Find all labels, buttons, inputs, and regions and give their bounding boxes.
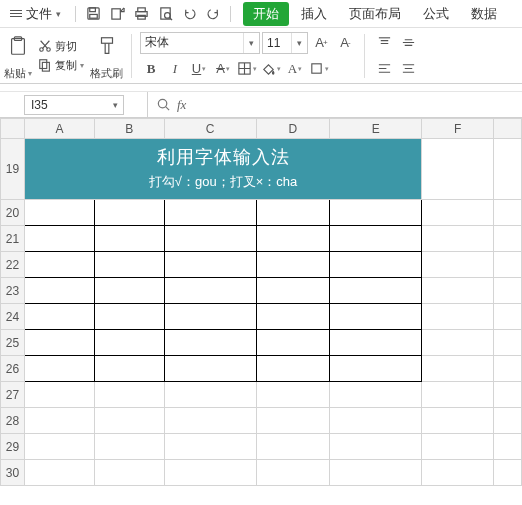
cell[interactable]	[422, 278, 494, 304]
cell[interactable]	[24, 330, 94, 356]
cell[interactable]	[422, 408, 494, 434]
cell[interactable]	[94, 252, 164, 278]
cell[interactable]	[24, 252, 94, 278]
cell[interactable]	[422, 434, 494, 460]
col-header[interactable]	[494, 119, 522, 139]
cell[interactable]	[94, 278, 164, 304]
row-header[interactable]: 27	[1, 382, 25, 408]
cell[interactable]	[422, 252, 494, 278]
copy-button[interactable]: 复制▾	[36, 57, 86, 74]
bold-button[interactable]: B	[140, 58, 162, 80]
cell[interactable]	[256, 408, 330, 434]
cell[interactable]	[494, 304, 522, 330]
cell[interactable]	[164, 226, 256, 252]
align-left-button[interactable]	[373, 58, 395, 80]
row-header[interactable]: 20	[1, 200, 25, 226]
cell[interactable]	[94, 434, 164, 460]
row-header[interactable]: 26	[1, 356, 25, 382]
cell[interactable]	[494, 408, 522, 434]
font-color-button[interactable]: A▾	[284, 58, 306, 80]
save-button[interactable]	[82, 3, 104, 25]
row-header[interactable]: 22	[1, 252, 25, 278]
cell[interactable]	[422, 356, 494, 382]
cell[interactable]	[164, 330, 256, 356]
cell[interactable]	[24, 200, 94, 226]
row-header[interactable]: 28	[1, 408, 25, 434]
cell[interactable]	[24, 460, 94, 486]
cell[interactable]	[164, 356, 256, 382]
paste-button[interactable]	[4, 31, 32, 61]
cell[interactable]	[256, 356, 330, 382]
borders-button[interactable]: ▾	[236, 58, 258, 80]
cell[interactable]	[330, 356, 422, 382]
cell[interactable]	[94, 304, 164, 330]
cell[interactable]	[256, 460, 330, 486]
file-menu[interactable]: 文件 ▾	[2, 3, 69, 25]
cell[interactable]	[330, 226, 422, 252]
cell[interactable]	[422, 139, 494, 200]
select-all-corner[interactable]	[1, 119, 25, 139]
cell[interactable]	[494, 382, 522, 408]
cell[interactable]	[24, 382, 94, 408]
italic-button[interactable]: I	[164, 58, 186, 80]
cell[interactable]	[422, 382, 494, 408]
tab-start[interactable]: 开始	[243, 2, 289, 26]
cell[interactable]	[256, 278, 330, 304]
cell[interactable]	[94, 408, 164, 434]
cell[interactable]	[494, 226, 522, 252]
cell[interactable]	[94, 330, 164, 356]
cell[interactable]	[94, 382, 164, 408]
cell[interactable]	[330, 200, 422, 226]
align-center-button[interactable]	[397, 58, 419, 80]
cell[interactable]	[24, 408, 94, 434]
col-header[interactable]: F	[422, 119, 494, 139]
col-header[interactable]: C	[164, 119, 256, 139]
increase-font-button[interactable]: A+	[310, 32, 332, 54]
cell[interactable]	[494, 139, 522, 200]
cell[interactable]	[256, 434, 330, 460]
cell[interactable]	[164, 460, 256, 486]
align-middle-button[interactable]	[397, 32, 419, 54]
cell[interactable]	[422, 200, 494, 226]
tab-data[interactable]: 数据	[461, 2, 507, 26]
row-header[interactable]: 19	[1, 139, 25, 200]
cell[interactable]	[330, 278, 422, 304]
row-header[interactable]: 25	[1, 330, 25, 356]
cell[interactable]	[256, 330, 330, 356]
cell[interactable]	[422, 226, 494, 252]
cell[interactable]	[330, 460, 422, 486]
cell[interactable]	[24, 304, 94, 330]
row-header[interactable]: 29	[1, 434, 25, 460]
cell[interactable]	[330, 252, 422, 278]
cell[interactable]	[494, 356, 522, 382]
cell[interactable]	[94, 226, 164, 252]
cell[interactable]	[94, 460, 164, 486]
redo-button[interactable]	[202, 3, 224, 25]
cell[interactable]	[330, 330, 422, 356]
decrease-font-button[interactable]: A-	[334, 32, 356, 54]
cell[interactable]	[494, 330, 522, 356]
cell[interactable]	[94, 200, 164, 226]
cell[interactable]	[422, 330, 494, 356]
format-painter-button[interactable]	[93, 31, 121, 61]
font-name-combo[interactable]: 宋体 ▾	[140, 32, 260, 54]
cell[interactable]	[24, 356, 94, 382]
cell[interactable]	[330, 408, 422, 434]
cell[interactable]	[422, 460, 494, 486]
cell[interactable]	[24, 434, 94, 460]
highlight-button[interactable]: ▾	[308, 58, 330, 80]
cell[interactable]	[256, 252, 330, 278]
col-header[interactable]: B	[94, 119, 164, 139]
font-size-combo[interactable]: 11 ▾	[262, 32, 308, 54]
col-header[interactable]: D	[256, 119, 330, 139]
cell[interactable]	[330, 382, 422, 408]
cell[interactable]	[164, 434, 256, 460]
merged-title-cell[interactable]: 利用字体输入法 打勾√：gou；打叉×：cha	[24, 139, 421, 200]
row-header[interactable]: 24	[1, 304, 25, 330]
cell[interactable]	[94, 356, 164, 382]
export-button[interactable]	[106, 3, 128, 25]
col-header[interactable]: A	[24, 119, 94, 139]
col-header[interactable]: E	[330, 119, 422, 139]
strikethrough-button[interactable]: A▾	[212, 58, 234, 80]
cell[interactable]	[256, 226, 330, 252]
